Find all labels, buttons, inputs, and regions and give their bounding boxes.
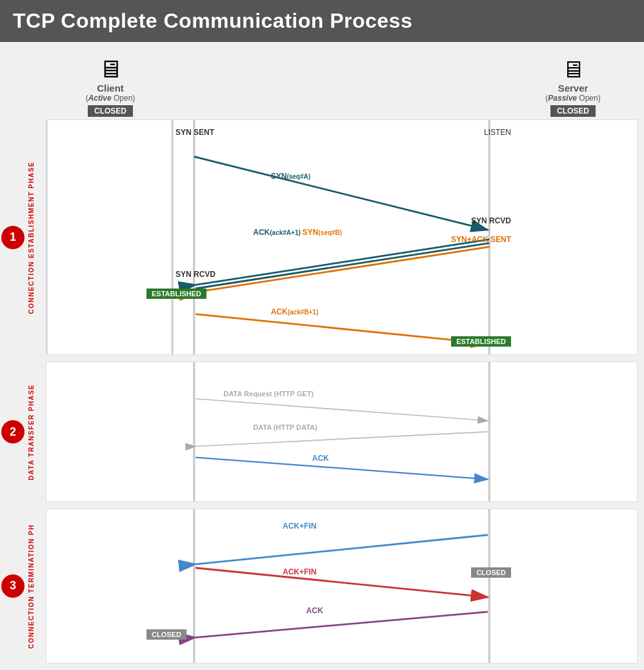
- ack-arrow-label: ACK(ack#B+1): [271, 307, 319, 316]
- client-initial-state: CLOSED: [88, 105, 133, 117]
- ackfin2-label: ACK+FIN: [283, 567, 316, 576]
- phase-2-label: DATA TRANSFER PHASE: [28, 384, 35, 480]
- client-sub-label: (Active Open): [86, 94, 136, 103]
- phase-1-label: CONNECTION ESTABLISHMENT PHASE: [28, 161, 35, 314]
- client-closed-badge: CLOSED: [146, 629, 186, 640]
- phase-2-diagram: [46, 362, 637, 502]
- server-syn-rcvd-state: SYN RCVD: [466, 216, 511, 225]
- server-established-badge: ESTABLISHED: [451, 336, 511, 347]
- client-established-badge: ESTABLISHED: [146, 289, 206, 299]
- ackfin1-label: ACK+FIN: [283, 522, 316, 531]
- server-sub-label: (Passive Open): [545, 94, 600, 103]
- server-icon: 🖥: [561, 58, 585, 81]
- server-synack-sent-state: SYN+ACK SENT: [446, 235, 511, 244]
- client-label: Client: [97, 83, 124, 94]
- title-text: TCP Complete Communication Process: [13, 9, 412, 32]
- server-label: Server: [558, 83, 589, 94]
- http-get-label: DATA Request (HTTP GET): [224, 390, 314, 398]
- phase-3-diagram: [46, 509, 637, 663]
- server-listen-state: LISTEN: [484, 128, 511, 137]
- phase-1-box: SYN SENT LISTEN SYN(seq#A) SYN RCVD SYN+…: [46, 119, 638, 355]
- svg-line-30: [196, 567, 488, 596]
- client-syn-rcvd-state: SYN RCVD: [176, 270, 216, 279]
- synack-arrow-label: ACK(ack#A+1) SYN(seq#B): [253, 228, 342, 237]
- phase-3-label: CONNECTION TERMINATION PH: [28, 524, 35, 649]
- phase-2-box: DATA Request (HTTP GET) DATA (HTTP DATA)…: [46, 361, 638, 502]
- phase-3-box: ACK+FIN CLOSED ACK+FIN ACK CLOSED: [46, 509, 638, 664]
- svg-line-26: [196, 458, 488, 480]
- ack-term-label: ACK: [307, 606, 323, 615]
- svg-line-31: [196, 612, 488, 638]
- phase-1-diagram: [46, 120, 637, 354]
- svg-line-20: [196, 247, 489, 292]
- server-initial-state: CLOSED: [550, 105, 596, 117]
- page-title: TCP Complete Communication Process: [0, 0, 644, 42]
- svg-line-19: [196, 239, 489, 285]
- main-container: TCP Complete Communication Process 1 CON…: [0, 0, 644, 670]
- svg-line-29: [196, 534, 488, 563]
- http-data-label: DATA (HTTP DATA): [253, 423, 317, 431]
- svg-line-16: [194, 157, 488, 230]
- svg-line-21: [196, 314, 488, 343]
- client-computer-icon: 🖥: [98, 57, 123, 81]
- svg-line-24: [196, 399, 488, 421]
- svg-line-25: [196, 432, 488, 447]
- syn-arrow-label: SYN(seq#A): [271, 172, 310, 181]
- ack-data-label: ACK: [312, 454, 329, 463]
- server-closed-badge: CLOSED: [471, 567, 511, 578]
- client-syn-sent-state: SYN SENT: [176, 128, 214, 137]
